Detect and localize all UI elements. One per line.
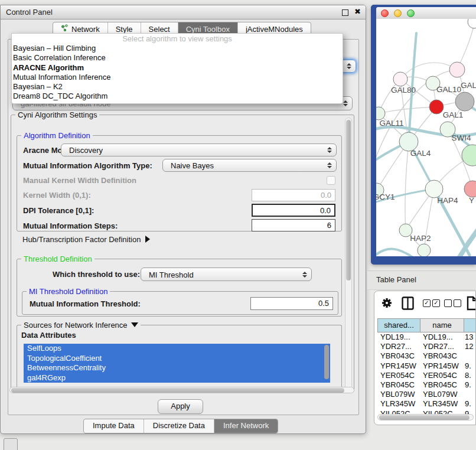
- network-node[interactable]: [468, 19, 476, 28]
- column-header-clipped[interactable]: [464, 318, 476, 332]
- sources-group-title[interactable]: Sources for Network Inference: [21, 321, 141, 330]
- algorithm-option[interactable]: Bayesian – Hill Climbing: [12, 44, 343, 53]
- tab-label: jActiveMNodules: [246, 25, 303, 34]
- network-node[interactable]: [455, 92, 474, 111]
- algorithm-definition-title: Algorithm Definition: [21, 131, 93, 140]
- sources-title-text: Sources for Network Inference: [24, 321, 128, 330]
- algorithm-option[interactable]: Bayesian – K2: [12, 82, 343, 92]
- network-node-hap4[interactable]: [425, 180, 443, 198]
- kernel-width-field: 0.0: [252, 189, 335, 201]
- mi-steps-field[interactable]: 6: [252, 219, 335, 231]
- show-columns-icon[interactable]: ✓ ✓: [423, 299, 440, 307]
- network-node-gal1[interactable]: [429, 100, 444, 114]
- attribute-list-item[interactable]: BetweennessCentrality: [24, 363, 330, 373]
- table-row[interactable]: YBR045CYBR045C9.: [377, 380, 475, 390]
- gear-icon[interactable]: [381, 297, 393, 311]
- checked-box-icon: ✓: [423, 299, 431, 307]
- algorithm-option[interactable]: Mutual Information Inference: [12, 73, 343, 82]
- table-row[interactable]: YER054CYER054C8.: [377, 371, 475, 380]
- minimize-traffic-light-icon[interactable]: [394, 9, 402, 17]
- node-label: GAL4: [410, 149, 431, 158]
- mi-steps-label: Mutual Information Steps:: [23, 221, 118, 230]
- node-label: GAL11: [379, 119, 403, 128]
- floating-panel-button[interactable]: [4, 438, 18, 450]
- table-row[interactable]: YBL079WYBL079W: [377, 390, 475, 399]
- network-node-y[interactable]: [464, 181, 476, 197]
- aracne-mode-combo[interactable]: Discovery: [61, 144, 337, 156]
- manual-kernel-label: Manual Kernel Width Definition: [23, 176, 136, 185]
- split-columns-icon[interactable]: [402, 296, 414, 312]
- which-threshold-value: MI Threshold: [149, 270, 194, 279]
- table-row[interactable]: YPR145WYPR145W9.: [377, 361, 475, 371]
- algorithm-option[interactable]: ARACNE Algorithm: [12, 63, 343, 73]
- control-panel-window: Control Panel ✖ NetworkStyleSelectCyni T…: [0, 5, 366, 434]
- threshold-definition-title: Threshold Definition: [21, 255, 94, 263]
- network-window-titlebar: [376, 7, 476, 19]
- kernel-width-label: Kernel Width (0,1):: [23, 191, 91, 200]
- close-traffic-light-icon[interactable]: [381, 9, 389, 17]
- attribute-list-item[interactable]: gal4RGexp: [24, 373, 330, 383]
- which-threshold-combo[interactable]: MI Threshold: [141, 268, 312, 281]
- attribute-list-item[interactable]: SelfLoops: [24, 344, 330, 354]
- algorithm-option[interactable]: Basic Correlation Inference: [12, 53, 343, 63]
- node-label: GAL80: [391, 86, 416, 94]
- tab-discretize-data[interactable]: Discretize Data: [144, 419, 214, 433]
- document-icon[interactable]: [467, 296, 476, 313]
- mi-threshold-field[interactable]: 0.5: [250, 297, 333, 310]
- dpi-tolerance-field[interactable]: 0.0: [252, 204, 335, 217]
- combo-arrows-icon: [343, 100, 348, 106]
- dpi-tolerance-label: DPI Tolerance [0,1]:: [23, 206, 94, 215]
- cell: 9.: [465, 361, 471, 371]
- hub-definition-expander[interactable]: Hub/Transcription Factor Definition: [22, 235, 150, 244]
- hide-columns-icon[interactable]: [444, 299, 461, 307]
- data-attributes-list[interactable]: SelfLoopsTopologicalCoefficientBetweenne…: [24, 344, 330, 383]
- table-horizontal-scrollbar[interactable]: [377, 414, 474, 420]
- node-label: GAL10: [436, 85, 461, 94]
- table-row[interactable]: YLR345WYLR345W9.: [377, 399, 475, 409]
- threshold-definition-group: Threshold Definition Which threshold to …: [17, 259, 342, 317]
- cell: YDR27...: [380, 342, 412, 351]
- table-row[interactable]: YDR27...YDR27...12: [377, 342, 475, 351]
- table-row[interactable]: YBR043CYBR043C: [377, 351, 475, 361]
- apply-button[interactable]: Apply: [158, 399, 203, 414]
- tab-label: Select: [149, 25, 170, 34]
- zoom-traffic-light-icon[interactable]: [407, 9, 415, 17]
- table-row[interactable]: YDL19...YDL19...13: [377, 332, 475, 342]
- cell: YBR043C: [423, 351, 457, 361]
- cell: YDL19...: [423, 332, 453, 342]
- scrollbar-thumb[interactable]: [11, 388, 344, 393]
- network-node[interactable]: [462, 145, 476, 166]
- tab-label: Network: [71, 25, 100, 34]
- settings-horizontal-scrollbar[interactable]: [9, 387, 354, 393]
- network-canvas[interactable]: GALGAL80GAL10GAL1GAL11SWI4GAL4GCY1HAP4YH…: [376, 19, 476, 256]
- tab-infer-network[interactable]: Infer Network: [214, 419, 278, 433]
- float-window-icon[interactable]: [342, 9, 348, 16]
- network-node[interactable]: [418, 244, 431, 256]
- list-vertical-scrollbar[interactable]: [324, 345, 329, 379]
- mi-algorithm-type-combo[interactable]: Naive Bayes: [162, 159, 337, 172]
- settings-vertical-scrollbar[interactable]: [345, 118, 352, 390]
- network-icon: [61, 24, 69, 34]
- combo-arrows-icon: [327, 162, 332, 168]
- close-icon[interactable]: ✖: [354, 7, 361, 17]
- cell: YPR145W: [380, 361, 416, 371]
- mi-type-value: Naive Bayes: [171, 161, 214, 170]
- column-header-shared-name[interactable]: shared...: [377, 318, 420, 332]
- cell: YER054C: [423, 371, 457, 380]
- cell: YLR345W: [380, 399, 415, 409]
- scrollbar-thumb[interactable]: [346, 120, 351, 281]
- combo-arrows-icon: [302, 272, 307, 278]
- cell: YDL19...: [380, 332, 410, 342]
- hub-definition-label: Hub/Transcription Factor Definition: [22, 235, 141, 244]
- algorithm-dropdown-popup: Select algorithm to view settings Bayesi…: [11, 33, 343, 104]
- tab-impute-data[interactable]: Impute Data: [84, 419, 144, 433]
- cell: YBL079W: [423, 390, 458, 399]
- scrollbar-thumb[interactable]: [379, 415, 470, 420]
- node-label: HAP2: [410, 234, 431, 243]
- attribute-list-item[interactable]: TopologicalCoefficient: [24, 354, 330, 364]
- network-node-gal80[interactable]: [393, 72, 407, 86]
- network-node-gal[interactable]: [449, 62, 465, 77]
- column-header-name[interactable]: name: [420, 318, 464, 332]
- control-panel-titlebar: Control Panel ✖: [1, 5, 366, 19]
- algorithm-option[interactable]: Dream8 DC_TDC Algorithm: [12, 92, 343, 101]
